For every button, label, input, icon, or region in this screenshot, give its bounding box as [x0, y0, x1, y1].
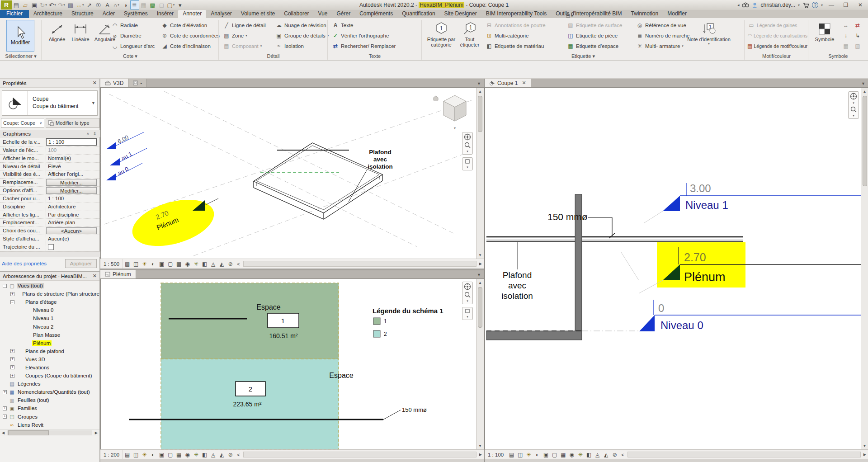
crop-view-icon[interactable]: ▢: [166, 452, 175, 458]
property-row[interactable]: Afficher les lig... Par discipline: [0, 211, 100, 219]
restore-button[interactable]: ❐: [840, 2, 852, 8]
property-row[interactable]: Cacher pour u... 1 : 100: [0, 195, 100, 203]
tree-expander[interactable]: +: [10, 357, 14, 361]
ribbon-tab[interactable]: Compléments: [355, 10, 397, 18]
ribbon-tab[interactable]: Modifier: [663, 10, 691, 18]
level-marker-niveau-1[interactable]: 3.00 Niveau 1: [644, 182, 861, 223]
ribbon-small-button[interactable]: ╱ Ligne de détail: [222, 20, 266, 30]
ribbon-tab[interactable]: Annoter: [178, 10, 206, 18]
ribbon-small-button[interactable]: ☁ Nuage de révision: [275, 20, 329, 30]
plafond-label-section[interactable]: Plafond avec isolation: [501, 242, 533, 301]
close-browser-icon[interactable]: ✕: [93, 273, 97, 279]
ribbon-tab[interactable]: Systèmes: [119, 10, 152, 18]
ribbon-small-button[interactable]: ◡ Longueur d'arc: [111, 41, 155, 51]
reveal-constraints-icon[interactable]: ⊘: [610, 452, 619, 458]
app-store-cart-icon[interactable]: [802, 2, 809, 8]
tab-v3d[interactable]: V3D: [100, 79, 128, 87]
undo-icon[interactable]: ↶ ▾: [48, 0, 57, 9]
ribbon-small-button[interactable]: ◠ Radiale: [111, 20, 155, 30]
floor-slab-section[interactable]: [486, 331, 582, 340]
detail-level-icon[interactable]: ▤: [507, 452, 516, 458]
property-row[interactable]: Trajectoire du ...: [0, 243, 100, 251]
tree-item[interactable]: Niveau 2: [0, 322, 100, 330]
save-icon[interactable]: ▣: [30, 0, 39, 9]
type-selector[interactable]: Coupe Coupe du bâtiment ▼: [2, 90, 98, 116]
plafond-label-3d[interactable]: Plafond avec isolation: [349, 149, 393, 202]
ribbon-tab[interactable]: Fichier: [0, 10, 29, 18]
tree-item[interactable]: Niveau 0: [0, 306, 100, 314]
ribbon-small-button[interactable]: ✓ Vérifier l'orthographe: [331, 30, 396, 41]
modify-button[interactable]: Modifier: [6, 20, 34, 52]
user-interface-icon[interactable]: ▦: [139, 0, 148, 9]
temporary-hide-isolate-icon[interactable]: ◉: [567, 452, 576, 458]
plenum-level-bubble[interactable]: 2.70 Plénum: [127, 191, 219, 255]
properties-help-link[interactable]: Aide des propriétés: [2, 261, 47, 266]
property-row[interactable]: Visibilité des é... Afficher l'origi...: [0, 170, 100, 179]
plenum-canvas[interactable]: Espace 1 160.51 m² Espace 2 223.65 m² 15…: [100, 279, 484, 449]
navbar-caret-icon[interactable]: ▾: [467, 150, 468, 153]
plenum-vertical-scrollbar[interactable]: ▲ ▼: [476, 279, 484, 449]
ribbon-tab[interactable]: Twinmotion: [627, 10, 663, 18]
property-row[interactable]: Valeur de l'éc... 100: [0, 146, 100, 155]
ribbon-small-button[interactable]: ⊞ Multi-catégorie: [485, 30, 546, 41]
tree-item[interactable]: + Plans de plafond: [0, 347, 100, 355]
property-row[interactable]: Niveau de détail Elevé: [0, 163, 100, 171]
property-row[interactable]: Options d'affi... Modifier...: [0, 187, 100, 195]
tree-item[interactable]: + Coupes (Coupe du bâtiment): [0, 372, 100, 380]
property-row[interactable]: Style d'afficha... Aucun(e): [0, 235, 100, 243]
show-rendering-icon[interactable]: ▣: [157, 261, 166, 267]
scroll-right-icon[interactable]: ▶: [477, 453, 484, 457]
property-row[interactable]: Discipline Architecture: [0, 203, 100, 211]
zoom-icon[interactable]: [850, 106, 857, 113]
shadows-icon[interactable]: ◐: [149, 261, 157, 267]
keynote-button[interactable]: 1 Note d'identification ▾: [682, 20, 736, 46]
ribbon-tab[interactable]: Insérer: [152, 10, 178, 18]
show-analytical-model-icon[interactable]: ◬: [209, 261, 217, 267]
crop-view-icon[interactable]: ▢: [550, 452, 559, 458]
sun-path-icon[interactable]: ☀: [140, 261, 149, 267]
default-3d-view-icon[interactable]: ⌂ ▾: [112, 0, 121, 9]
temporary-view-properties-icon[interactable]: ◧: [200, 452, 209, 458]
ribbon-small-button[interactable]: ◆ Cote d'élévation: [160, 20, 220, 30]
ribbon-small-button[interactable]: ◠ Légende de canalisations: [747, 30, 807, 41]
temporary-hide-isolate-icon[interactable]: ◉: [183, 452, 192, 458]
show-rendering-icon[interactable]: ▣: [542, 452, 550, 458]
ribbon-small-button[interactable]: ▤ Composant▾: [222, 41, 266, 51]
print-icon[interactable]: ▥: [66, 0, 75, 9]
level-marker-plenum[interactable]: 2.70 Plénum: [621, 242, 861, 293]
ribbon-tab[interactable]: Outils d'interopérabilité BIM: [551, 10, 626, 18]
pan-icon[interactable]: [465, 308, 470, 314]
tab-list-caret-icon[interactable]: ▼: [474, 81, 484, 87]
panel-label-etiquette[interactable]: Etiquette ▾: [422, 53, 745, 60]
scroll-right-icon[interactable]: ▶: [862, 453, 868, 457]
aligned-dimension-icon[interactable]: ↗: [85, 0, 94, 9]
tree-item[interactable]: Plan Masse: [0, 331, 100, 339]
ribbon-small-button[interactable]: ⊟ Annotations de poutre: [485, 20, 546, 30]
panel-label-cote[interactable]: Cote ▾: [42, 53, 219, 60]
tree-expander[interactable]: −: [3, 284, 7, 288]
tab-list-caret-icon[interactable]: ▼: [859, 81, 868, 87]
customize-qat-icon[interactable]: ▾: [175, 0, 184, 9]
tree-item[interactable]: + ▣ Familles: [0, 404, 100, 412]
symbol-button[interactable]: Symbole: [812, 20, 837, 42]
ribbon-small-button[interactable]: ▨ Zone▾: [222, 30, 266, 41]
navbar-caret2-icon[interactable]: ▾: [467, 165, 468, 169]
tab-coupe-1[interactable]: Coupe 1 ✕: [485, 79, 531, 87]
ribbon-small-button[interactable]: A Texte: [331, 20, 396, 30]
temporary-view-properties-icon[interactable]: ◧: [585, 452, 593, 458]
ribbon-tab[interactable]: Quantification: [397, 10, 439, 18]
v3d-canvas[interactable]: 6.00 au 1 au 0 Plafond avec: [100, 88, 484, 259]
browser-horizontal-scrollbar[interactable]: ◀▶: [0, 429, 99, 436]
color-scheme-legend[interactable]: Légende du schéma 1 1 2: [373, 307, 443, 337]
coupe-vertical-scrollbar[interactable]: ▲ ▼: [861, 88, 868, 449]
ribbon-small-button[interactable]: ▨: [852, 41, 863, 51]
ribbon-small-button[interactable]: ⇄ Rechercher/ Remplacer: [331, 41, 396, 51]
ribbon-tab[interactable]: Volume et site: [236, 10, 279, 18]
reveal-hidden-elements-icon[interactable]: ✳: [576, 452, 585, 458]
project-browser-header[interactable]: Arborescence du projet - HexaBIM... ✕: [0, 272, 99, 281]
navbar-caret2-icon[interactable]: ▾: [853, 114, 854, 118]
tag-all-button[interactable]: 1 Tout étiqueter: [458, 20, 481, 47]
tree-expander[interactable]: +: [3, 390, 7, 394]
reveal-hidden-elements-icon[interactable]: ✳: [192, 452, 200, 458]
help-icon[interactable]: ?: [812, 2, 818, 8]
